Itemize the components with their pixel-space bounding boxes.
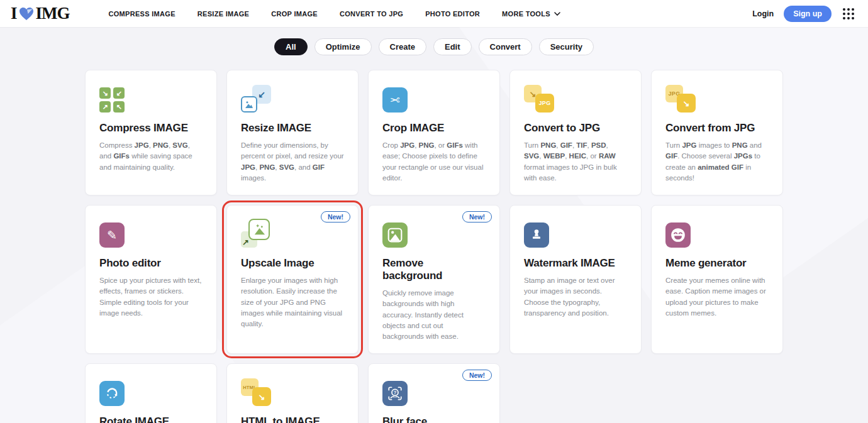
card-title: Meme generator <box>665 257 769 270</box>
logo-text-right: IMG <box>36 5 70 22</box>
card-description: Turn JPG images to PNG and GIF. Choose s… <box>665 140 769 184</box>
tools-grid: ↘↙↗↖ Compress IMAGE Compress JPG, PNG, S… <box>85 70 783 423</box>
card-description: Compress JPG, PNG, SVG, and GIFs while s… <box>99 140 203 173</box>
card-photo-editor[interactable]: ✎ Photo editor Spice up your pictures wi… <box>85 205 217 354</box>
card-remove-background[interactable]: New! Remove background Quickly remove im… <box>368 205 500 354</box>
filter-all[interactable]: All <box>274 38 308 55</box>
upscale-image-icon: ↗ <box>241 219 271 248</box>
card-description: Define your dimensions, by percent or pi… <box>241 140 344 184</box>
nav-convert-to-jpg[interactable]: CONVERT TO JPG <box>340 10 403 18</box>
card-crop-image[interactable]: ✂ Crop IMAGE Crop JPG, PNG, or GIFs with… <box>368 70 500 195</box>
meme-face-icon <box>665 222 691 248</box>
card-upscale-image[interactable]: New! ↗ Upscale Image Enlarge your images… <box>226 205 359 354</box>
new-badge: New! <box>462 211 492 222</box>
watermark-stamp-icon <box>524 222 549 248</box>
new-badge: New! <box>321 211 350 222</box>
filter-convert[interactable]: Convert <box>479 38 532 55</box>
card-convert-to-jpg[interactable]: ↘ JPG Convert to JPG Turn PNG, GIF, TIF,… <box>509 70 642 195</box>
more-tools-label: MORE TOOLS <box>502 10 550 18</box>
card-description: Enlarge your images with high resolution… <box>241 275 344 329</box>
filter-optimize[interactable]: Optimize <box>314 38 372 55</box>
card-description: Spice up your pictures with text, effect… <box>99 275 203 319</box>
resize-image-icon: ↙ <box>241 85 271 113</box>
card-description: Create your memes online with ease. Capt… <box>665 275 769 319</box>
html-to-image-icon: HTML ↘ <box>241 378 271 406</box>
card-title: Watermark IMAGE <box>524 257 627 270</box>
card-description: Quickly remove image backgrounds with hi… <box>382 288 486 342</box>
pencil-icon: ✎ <box>99 222 125 248</box>
remove-background-icon <box>382 222 408 248</box>
nav-compress-image[interactable]: COMPRESS IMAGE <box>109 10 175 18</box>
top-navbar: I IMG COMPRESS IMAGE RESIZE IMAGE CROP I… <box>0 0 868 27</box>
convert-to-jpg-icon: ↘ JPG <box>524 85 554 113</box>
login-link[interactable]: Login <box>752 9 774 18</box>
card-title: Resize IMAGE <box>241 122 344 135</box>
card-blur-face[interactable]: New! ? Blur face Easily blur out faces i… <box>368 363 500 423</box>
filter-security[interactable]: Security <box>539 38 594 55</box>
svg-text:?: ? <box>394 390 397 396</box>
card-description: Turn PNG, GIF, TIF, PSD, SVG, WEBP, HEIC… <box>524 140 627 184</box>
card-title: Upscale Image <box>241 257 344 270</box>
iloveimg-logo[interactable]: I IMG <box>11 5 70 22</box>
card-title: Compress IMAGE <box>99 122 203 135</box>
rotate-arrow-icon <box>99 381 125 406</box>
header-actions: Login Sign up <box>752 6 855 22</box>
compress-arrows-icon: ↘↙↗↖ <box>99 87 125 113</box>
card-compress-image[interactable]: ↘↙↗↖ Compress IMAGE Compress JPG, PNG, S… <box>85 70 217 195</box>
nav-photo-editor[interactable]: PHOTO EDITOR <box>425 10 480 18</box>
card-convert-from-jpg[interactable]: JPG ↘ Convert from JPG Turn JPG images t… <box>651 70 783 195</box>
card-title: Blur face <box>382 415 486 423</box>
card-title: Crop IMAGE <box>382 122 486 135</box>
card-description: Stamp an image or text over your images … <box>524 275 627 319</box>
card-rotate-image[interactable]: Rotate IMAGE Rotate many images JPG, PNG… <box>85 363 217 423</box>
card-title: HTML to IMAGE <box>241 415 344 423</box>
blur-face-icon: ? <box>382 381 408 406</box>
chevron-down-icon <box>554 12 560 16</box>
card-resize-image[interactable]: ↙ Resize IMAGE Define your dimensions, b… <box>226 70 359 195</box>
card-title: Remove background <box>382 257 486 282</box>
signup-button[interactable]: Sign up <box>784 6 832 22</box>
nav-more-tools[interactable]: MORE TOOLS <box>502 10 560 18</box>
filter-create[interactable]: Create <box>379 38 426 55</box>
card-html-to-image[interactable]: HTML ↘ HTML to IMAGE Convert webpages in… <box>226 363 359 423</box>
apps-grid-icon[interactable] <box>842 7 855 21</box>
new-badge: New! <box>462 370 492 381</box>
card-title: Rotate IMAGE <box>99 415 203 423</box>
logo-text-left: I <box>11 5 17 22</box>
filter-edit[interactable]: Edit <box>433 38 472 55</box>
card-description: Crop JPG, PNG, or GIFs with ease; Choose… <box>382 140 486 184</box>
nav-resize-image[interactable]: RESIZE IMAGE <box>198 10 249 18</box>
card-title: Photo editor <box>99 257 203 270</box>
nav-crop-image[interactable]: CROP IMAGE <box>271 10 318 18</box>
main-nav: COMPRESS IMAGE RESIZE IMAGE CROP IMAGE C… <box>109 10 560 18</box>
card-watermark-image[interactable]: Watermark IMAGE Stamp an image or text o… <box>509 205 642 354</box>
category-filter-bar: All Optimize Create Edit Convert Securit… <box>0 38 868 55</box>
card-title: Convert to JPG <box>524 122 627 135</box>
crop-scissors-icon: ✂ <box>382 87 408 113</box>
card-meme-generator[interactable]: Meme generator Create your memes online … <box>651 205 783 354</box>
card-title: Convert from JPG <box>665 122 769 135</box>
convert-from-jpg-icon: JPG ↘ <box>665 85 696 113</box>
heart-icon <box>19 7 34 21</box>
